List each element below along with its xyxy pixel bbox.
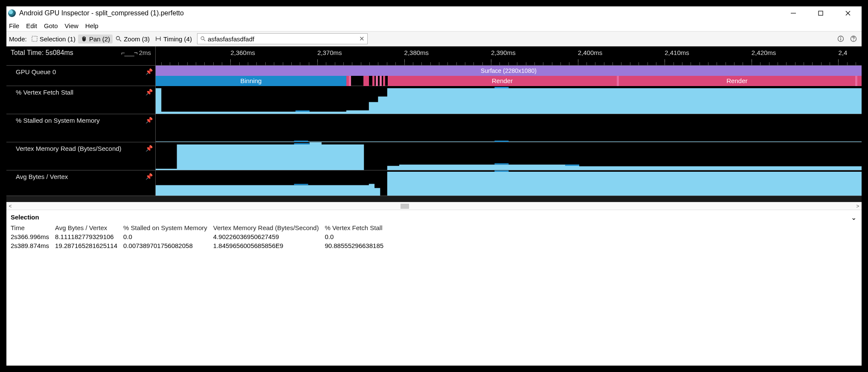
gpu-phase-thinPink[interactable]	[380, 76, 382, 86]
toolbar: Mode: Selection (1) Pan (2) Zoom (3) Tim…	[6, 31, 862, 46]
pin-icon[interactable]: 📌	[145, 68, 153, 75]
graph-stalled-sysmem[interactable]	[156, 114, 862, 142]
ruler-label: 2,370ms	[317, 49, 342, 56]
track-vertex-fetch-stall: % Vertex Fetch Stall 📌	[6, 86, 862, 114]
svg-point-10	[201, 37, 204, 40]
gpu-phase-thinRender[interactable]	[383, 76, 385, 86]
gpu-phase-thinPink[interactable]	[376, 76, 378, 86]
gpu-phase-thinRender[interactable]	[363, 76, 369, 86]
close-button[interactable]	[839, 8, 856, 18]
gpu-phase-thinRender[interactable]	[346, 76, 349, 86]
mode-pan[interactable]: Pan (2)	[78, 35, 113, 43]
window-buttons	[785, 8, 860, 18]
gpu-phase-render[interactable]: Render	[388, 76, 616, 86]
svg-rect-23	[565, 164, 579, 166]
app-icon	[8, 9, 16, 17]
ruler-label: 2,420ms	[752, 49, 776, 56]
mode-label: Mode:	[9, 35, 29, 43]
minimize-button[interactable]	[785, 8, 802, 18]
track-title-vfs: % Vertex Fetch Stall	[16, 89, 73, 96]
pin-icon[interactable]: 📌	[145, 173, 153, 180]
help-icon	[850, 35, 857, 42]
svg-point-16	[853, 40, 854, 41]
gpu-surface-bar[interactable]: Surface (2280x1080)	[156, 66, 862, 76]
timeline-area: Total Time: 5s084ms ⌐___¬2ms 2,360ms2,37…	[6, 46, 862, 202]
pin-icon[interactable]: 📌	[145, 117, 153, 124]
gpu-phase-thinPink[interactable]	[349, 76, 351, 86]
track-title-ssm: % Stalled on System Memory	[16, 117, 100, 124]
scale-label: ⌐___¬2ms	[117, 46, 155, 59]
menu-edit[interactable]: Edit	[23, 22, 41, 29]
gpu-phase-binning[interactable]: Binning	[156, 76, 346, 86]
svg-rect-14	[840, 38, 841, 40]
app-window: Android GPU Inspector - split_compressed…	[6, 6, 862, 366]
timeline-ruler[interactable]: 2,360ms2,370ms2,380ms2,390ms2,400ms2,410…	[156, 46, 862, 65]
search-icon	[200, 36, 206, 42]
ruler-label: 2,380ms	[404, 49, 429, 56]
graph-vertex-mem-read[interactable]	[156, 142, 862, 170]
pin-icon[interactable]: 📌	[145, 89, 153, 95]
col-vmr[interactable]: Vertex Memory Read (Bytes/Second)	[213, 223, 325, 232]
svg-rect-24	[294, 184, 308, 185]
menu-view[interactable]: View	[61, 22, 82, 29]
track-title-abv: Avg Bytes / Vertex	[16, 173, 68, 180]
pin-icon[interactable]: 📌	[145, 145, 153, 152]
gpu-phases: BinningRenderRender	[156, 76, 862, 86]
mode-timing[interactable]: Timing (4)	[152, 35, 195, 43]
search-input[interactable]	[206, 35, 359, 43]
menu-help[interactable]: Help	[82, 22, 102, 29]
track-title-gpu: GPU Queue 0	[16, 68, 56, 75]
svg-rect-19	[294, 141, 308, 142]
svg-rect-18	[494, 87, 508, 88]
timeline-inner-scroll[interactable]	[6, 196, 862, 202]
ruler-label: 2,4	[838, 49, 847, 56]
menu-file[interactable]: File	[7, 22, 23, 29]
menubar: File Edit Goto View Help	[6, 20, 862, 31]
table-row[interactable]: 2s366.996ms 8.111182779329106 0.0 4.9022…	[11, 232, 389, 241]
svg-point-13	[840, 37, 841, 38]
graph-vertex-fetch-stall[interactable]	[156, 86, 862, 114]
mode-zoom[interactable]: Zoom (3)	[113, 35, 152, 43]
svg-rect-25	[494, 170, 508, 172]
clear-search-icon[interactable]: ✕	[359, 35, 365, 43]
gpu-phase-thinRender[interactable]	[857, 76, 862, 86]
col-time[interactable]: Time	[11, 223, 55, 232]
horizontal-scrollbar[interactable]: < >	[6, 202, 862, 210]
scroll-left-arrow[interactable]: <	[6, 203, 14, 209]
gpu-phase-thinRender[interactable]	[372, 76, 374, 86]
scroll-right-arrow[interactable]: >	[854, 203, 862, 209]
table-row[interactable]: 2s389.874ms 19.287165281625114 0.0073897…	[11, 241, 389, 250]
gpu-phase-render[interactable]: Render	[619, 76, 855, 86]
track-stalled-sysmem: % Stalled on System Memory 📌	[6, 114, 862, 142]
svg-rect-17	[296, 110, 310, 112]
mode-timing-label: Timing (4)	[163, 35, 192, 43]
scroll-thumb[interactable]	[401, 204, 409, 209]
graph-avg-bytes-vertex[interactable]	[156, 170, 862, 196]
svg-rect-4	[32, 36, 37, 41]
titlebar: Android GPU Inspector - split_compressed…	[6, 6, 862, 20]
window-title: Android GPU Inspector - split_compressed…	[19, 9, 184, 17]
mode-zoom-label: Zoom (3)	[124, 35, 150, 43]
col-ssm[interactable]: % Stalled on System Memory	[123, 223, 213, 232]
maximize-button[interactable]	[812, 8, 829, 18]
mode-selection[interactable]: Selection (1)	[29, 35, 78, 43]
ruler-label: 2,410ms	[665, 49, 689, 56]
col-vfs[interactable]: % Vertex Fetch Stall	[325, 223, 389, 232]
svg-line-11	[204, 40, 206, 41]
total-time-label: Total Time: 5s084ms	[6, 46, 78, 59]
col-abv[interactable]: Avg Bytes / Vertex	[55, 223, 123, 232]
svg-rect-1	[819, 11, 823, 15]
collapse-selection-icon[interactable]: ⌄	[851, 213, 856, 222]
help-button[interactable]	[848, 33, 859, 44]
search-box[interactable]: ✕	[197, 33, 368, 44]
mode-pan-label: Pan (2)	[89, 35, 110, 43]
selection-icon	[31, 35, 38, 42]
timing-icon	[155, 35, 162, 42]
menu-goto[interactable]: Goto	[41, 22, 61, 29]
info-button[interactable]	[835, 33, 846, 44]
svg-point-5	[116, 37, 120, 40]
selection-panel: Selection ⌄ Time Avg Bytes / Vertex % St…	[6, 210, 862, 254]
selection-title: Selection	[11, 213, 857, 223]
selection-table: Time Avg Bytes / Vertex % Stalled on Sys…	[11, 223, 389, 250]
svg-rect-22	[494, 163, 508, 164]
